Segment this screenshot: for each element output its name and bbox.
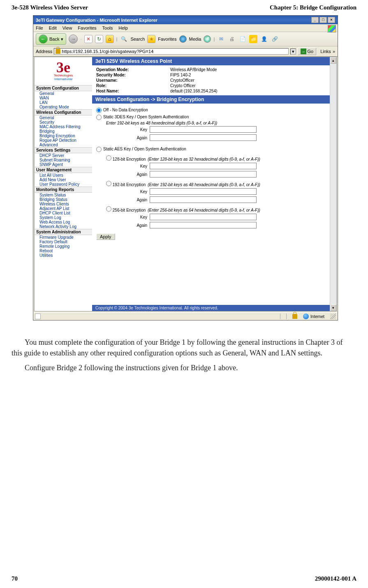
scroll-down-icon[interactable]: ▾	[330, 304, 336, 311]
radio-3des[interactable]	[96, 115, 102, 120]
info-role-lbl: Role:	[96, 83, 170, 88]
nav-firmware[interactable]: Firmware Upgrade	[39, 235, 74, 240]
resize-grip-icon[interactable]	[330, 314, 336, 319]
doc-header-right: Chapter 5: Bridge Configuration	[270, 4, 356, 11]
radio-aes128-label: 128-bit Encryption	[113, 157, 146, 161]
nav-snmp[interactable]: SNMP Agent	[39, 162, 63, 167]
maximize-button[interactable]: □	[319, 17, 327, 23]
nav-pwpolicy[interactable]: User Password Policy	[39, 182, 79, 187]
nav-listusers[interactable]: List All Users	[39, 173, 63, 178]
nav-sysstatus[interactable]: System Status	[39, 193, 66, 197]
input-aes128-key[interactable]	[150, 163, 257, 169]
input-aes128-again[interactable]	[150, 171, 257, 178]
internet-zone-icon	[303, 314, 309, 319]
input-3des-key[interactable]	[150, 126, 257, 133]
search-button[interactable]: Search	[130, 37, 145, 42]
input-aes192-again[interactable]	[150, 196, 257, 203]
nav-bridging[interactable]: Bridging	[39, 129, 55, 134]
media-button[interactable]: Media	[189, 37, 201, 42]
nav-utilities[interactable]: Utilities	[39, 253, 53, 258]
nav-rogue[interactable]: Rogue AP Detection	[39, 138, 76, 143]
messenger-icon[interactable]: 👤	[260, 35, 268, 43]
menu-view[interactable]: View	[62, 25, 72, 30]
back-button[interactable]: ← Back ▾	[36, 33, 66, 45]
input-3des-again[interactable]	[150, 134, 257, 141]
radio-aes[interactable]	[96, 147, 102, 152]
back-arrow-icon: ←	[39, 35, 48, 44]
radio-aes192[interactable]	[106, 181, 111, 186]
discuss-button[interactable]: 📁	[249, 35, 257, 43]
nav-weblog[interactable]: Web Access Log	[39, 220, 70, 224]
input-aes256-key[interactable]	[150, 214, 257, 220]
radio-off-label: Off - No Data Encryption	[103, 108, 148, 112]
nav-syslog[interactable]: System Log	[39, 215, 61, 220]
nav-wgeneral[interactable]: General	[39, 115, 54, 120]
hint-aes256: (Enter 256-bit keys as 64 hexadecimal di…	[147, 208, 260, 212]
home-button[interactable]: ⌂	[106, 35, 114, 43]
nav-adduser[interactable]: Add New User	[39, 178, 66, 182]
internet-zone-label: Internet	[310, 314, 324, 319]
nav-adjap[interactable]: Adjacent AP List	[39, 206, 69, 211]
page-number: 70	[12, 575, 18, 582]
history-button[interactable]: ↺	[204, 35, 211, 43]
edit-button[interactable]: 📄	[238, 35, 247, 43]
go-button[interactable]: → Go	[298, 48, 317, 55]
menu-edit[interactable]: Edit	[49, 25, 57, 30]
menu-tools[interactable]: Tools	[102, 25, 113, 30]
nav-remotelog[interactable]: Remote Logging	[39, 244, 69, 249]
nav-bridgestatus[interactable]: Bridging Status	[39, 197, 67, 202]
doc-number: 29000142-001 A	[315, 575, 356, 582]
toolbar-extra-icon[interactable]: 🔗	[271, 35, 279, 43]
refresh-button[interactable]: ↻	[95, 35, 103, 43]
input-aes192-key[interactable]	[150, 188, 257, 195]
nav-dhcp[interactable]: DHCP Server	[39, 153, 64, 158]
nav-subnet[interactable]: Subnet Roaming	[39, 158, 70, 162]
nav-factory[interactable]: Factory Default	[39, 240, 67, 244]
close-button[interactable]: ×	[328, 17, 335, 23]
nav-bridgeenc[interactable]: Bridging Encryption	[39, 134, 75, 138]
address-input[interactable]: https://192.168.15.1/cgi-bin/sgateway?PG…	[54, 48, 288, 55]
radio-aes128[interactable]	[106, 155, 111, 161]
input-aes256-again[interactable]	[150, 222, 257, 228]
favorites-button[interactable]: Favorites	[158, 37, 176, 42]
page-product-title: 3eTI 525V Wireless Access Point	[92, 57, 330, 65]
nav-netlog[interactable]: Network Activity Log	[39, 224, 76, 229]
address-dropdown-icon[interactable]: ▾	[290, 48, 296, 55]
forward-button[interactable]: →	[69, 35, 78, 44]
info-host-val: default (192.168.254.254)	[170, 89, 218, 93]
scroll-up-icon[interactable]: ▴	[330, 57, 336, 64]
print-button[interactable]: 🖨	[228, 35, 236, 43]
scrollbar[interactable]: ▴ ▾	[330, 57, 336, 311]
nav-opmode[interactable]: Operating Mode	[39, 105, 69, 109]
star-icon: ★	[147, 35, 155, 43]
info-host-lbl: Host Name:	[96, 89, 170, 93]
nav-lan[interactable]: LAN	[39, 100, 47, 105]
nav-dhcpclients[interactable]: DHCP Client List	[39, 211, 70, 215]
info-user-lbl: Username:	[96, 78, 170, 83]
menu-favorites[interactable]: Favorites	[78, 25, 96, 30]
lbl-aes192-again: Again	[125, 198, 150, 202]
nav-head-user: User Management	[35, 167, 92, 173]
nav-wan[interactable]: WAN	[39, 96, 49, 100]
lbl-aes128-key: Key	[125, 164, 150, 168]
radio-off[interactable]	[96, 108, 102, 113]
minimize-button[interactable]: _	[311, 17, 319, 23]
info-role-val: Crypto Officer	[170, 83, 196, 88]
nav-security[interactable]: Security	[39, 120, 54, 125]
nav-wclients[interactable]: Wireless Clients	[39, 202, 69, 206]
mail-button[interactable]: ✉	[217, 35, 225, 43]
nav-macfilter[interactable]: MAC Address Filtering	[39, 125, 80, 129]
links-expand-icon[interactable]: »	[333, 49, 335, 54]
links-label[interactable]: Links	[318, 49, 331, 54]
apply-button[interactable]: Apply	[96, 233, 115, 240]
nav-reboot[interactable]: Reboot	[39, 249, 53, 253]
radio-aes256[interactable]	[106, 206, 111, 212]
nav-general[interactable]: General	[39, 91, 54, 96]
menu-file[interactable]: File	[36, 25, 43, 30]
nav-advanced[interactable]: Advanced	[39, 143, 58, 147]
nav-head-monitor: Monitoring Reports	[35, 187, 92, 193]
stop-button[interactable]: ✕	[84, 35, 93, 43]
hint-aes192: (Enter 192-bit keys as 48 hexadecimal di…	[147, 182, 260, 187]
menu-help[interactable]: Help	[118, 25, 128, 30]
hint-aes128: (Enter 128-bit keys as 32 hexadecimal di…	[147, 157, 260, 161]
